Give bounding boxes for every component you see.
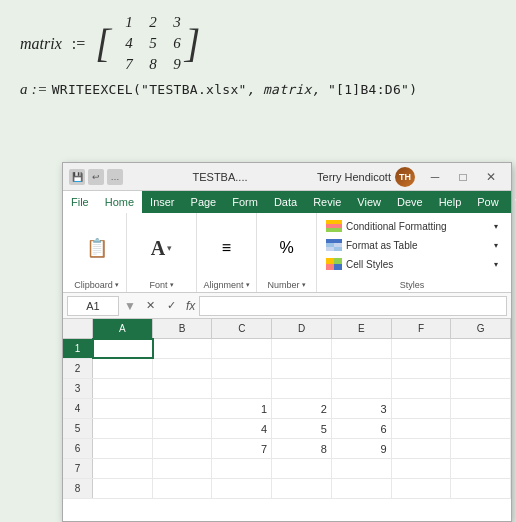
cell-A8[interactable] xyxy=(93,479,153,498)
restore-button[interactable]: □ xyxy=(449,163,477,191)
styles-items: Conditional Formatting ▾ Format as Tabl xyxy=(323,217,501,278)
cell-D7[interactable] xyxy=(272,459,332,478)
save-button[interactable]: 💾 xyxy=(69,169,85,185)
cell-B5[interactable] xyxy=(153,419,213,438)
cell-G6[interactable] xyxy=(451,439,511,458)
cell-F1[interactable] xyxy=(392,339,452,358)
cell-D2[interactable] xyxy=(272,359,332,378)
cell-E7[interactable] xyxy=(332,459,392,478)
ribbon-tabs: File Home Inser Page Form Data Revie Vie… xyxy=(63,191,511,213)
cell-G2[interactable] xyxy=(451,359,511,378)
alignment-button[interactable]: ≡ xyxy=(213,237,241,259)
tab-page[interactable]: Page xyxy=(183,191,225,213)
col-header-D[interactable]: D xyxy=(272,319,332,338)
cell-A6[interactable] xyxy=(93,439,153,458)
col-header-C[interactable]: C xyxy=(212,319,272,338)
col-header-E[interactable]: E xyxy=(332,319,392,338)
cell-B4[interactable] xyxy=(153,399,213,418)
cell-G7[interactable] xyxy=(451,459,511,478)
formula-input[interactable] xyxy=(199,296,507,316)
cell-B7[interactable] xyxy=(153,459,213,478)
cell-A3[interactable] xyxy=(93,379,153,398)
cell-C1[interactable] xyxy=(212,339,272,358)
cell-A1[interactable] xyxy=(93,339,153,358)
tab-data[interactable]: Data xyxy=(266,191,305,213)
cell-G3[interactable] xyxy=(451,379,511,398)
minimize-button[interactable]: ─ xyxy=(421,163,449,191)
tab-insert[interactable]: Inser xyxy=(142,191,182,213)
number-button[interactable]: % xyxy=(273,237,301,259)
tab-question[interactable]: ? xyxy=(507,191,516,213)
tab-developer[interactable]: Deve xyxy=(389,191,431,213)
cell-B8[interactable] xyxy=(153,479,213,498)
cell-E4[interactable]: 3 xyxy=(332,399,392,418)
cell-B3[interactable] xyxy=(153,379,213,398)
col-header-B[interactable]: B xyxy=(153,319,213,338)
cell-styles-button[interactable]: Cell Styles ▾ xyxy=(323,255,501,273)
cell-F4[interactable] xyxy=(392,399,452,418)
format-as-table-button[interactable]: Format as Table ▾ xyxy=(323,236,501,254)
table-row: 2 xyxy=(63,359,511,379)
font-label: Font ▾ xyxy=(149,278,173,290)
cell-G4[interactable] xyxy=(451,399,511,418)
cell-E2[interactable] xyxy=(332,359,392,378)
cell-C4[interactable]: 1 xyxy=(212,399,272,418)
cell-C6[interactable]: 7 xyxy=(212,439,272,458)
col-header-A[interactable]: A xyxy=(93,319,153,338)
cell-styles-label: Cell Styles xyxy=(346,259,393,270)
tab-file[interactable]: File xyxy=(63,191,97,213)
col-header-G[interactable]: G xyxy=(451,319,511,338)
cell-B1[interactable] xyxy=(153,339,213,358)
cell-D6[interactable]: 8 xyxy=(272,439,332,458)
formula-confirm-button[interactable]: ✓ xyxy=(162,296,182,316)
more-button[interactable]: … xyxy=(107,169,123,185)
formula-cancel-button[interactable]: ✕ xyxy=(141,296,161,316)
cell-D8[interactable] xyxy=(272,479,332,498)
table-row: 8 xyxy=(63,479,511,499)
cell-F5[interactable] xyxy=(392,419,452,438)
cell-D4[interactable]: 2 xyxy=(272,399,332,418)
cell-E3[interactable] xyxy=(332,379,392,398)
cell-C5[interactable]: 4 xyxy=(212,419,272,438)
cell-F6[interactable] xyxy=(392,439,452,458)
cell-D1[interactable] xyxy=(272,339,332,358)
cell-F3[interactable] xyxy=(392,379,452,398)
cell-C3[interactable] xyxy=(212,379,272,398)
undo-button[interactable]: ↩ xyxy=(88,169,104,185)
conditional-formatting-button[interactable]: Conditional Formatting ▾ xyxy=(323,217,501,235)
cell-E8[interactable] xyxy=(332,479,392,498)
cell-F8[interactable] xyxy=(392,479,452,498)
cell-E1[interactable] xyxy=(332,339,392,358)
tab-power[interactable]: Pow xyxy=(469,191,506,213)
tab-review[interactable]: Revie xyxy=(305,191,349,213)
tab-form[interactable]: Form xyxy=(224,191,266,213)
cell-A4[interactable] xyxy=(93,399,153,418)
cell-A2[interactable] xyxy=(93,359,153,378)
cell-D3[interactable] xyxy=(272,379,332,398)
cell-G5[interactable] xyxy=(451,419,511,438)
cell-C7[interactable] xyxy=(212,459,272,478)
cell-G1[interactable] xyxy=(451,339,511,358)
tab-home[interactable]: Home xyxy=(97,191,142,213)
cell-C8[interactable] xyxy=(212,479,272,498)
cell-reference[interactable]: A1 xyxy=(67,296,119,316)
cell-D5[interactable]: 5 xyxy=(272,419,332,438)
close-button[interactable]: ✕ xyxy=(477,163,505,191)
tab-view[interactable]: View xyxy=(349,191,389,213)
cell-G8[interactable] xyxy=(451,479,511,498)
cell-F7[interactable] xyxy=(392,459,452,478)
cell-B6[interactable] xyxy=(153,439,213,458)
cell-C2[interactable] xyxy=(212,359,272,378)
cell-E6[interactable]: 9 xyxy=(332,439,392,458)
cell-A5[interactable] xyxy=(93,419,153,438)
font-button[interactable]: A ▾ xyxy=(147,235,176,261)
svg-rect-5 xyxy=(334,243,342,247)
cell-B2[interactable] xyxy=(153,359,213,378)
col-header-F[interactable]: F xyxy=(392,319,452,338)
window-title: TESTBA.... xyxy=(129,171,311,183)
cell-A7[interactable] xyxy=(93,459,153,478)
clipboard-button[interactable]: 📋 xyxy=(82,236,112,260)
cell-E5[interactable]: 6 xyxy=(332,419,392,438)
cell-F2[interactable] xyxy=(392,359,452,378)
tab-help[interactable]: Help xyxy=(431,191,470,213)
